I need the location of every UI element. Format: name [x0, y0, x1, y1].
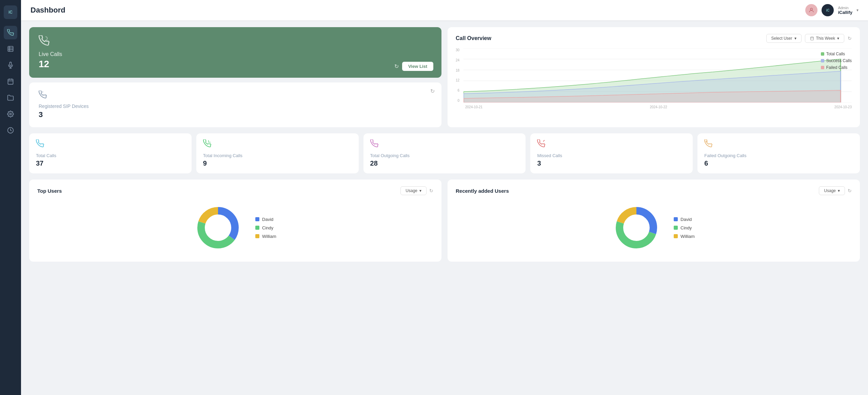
avatar-secondary	[805, 4, 817, 16]
recently-added-controls: Usage ▾ ↻	[819, 186, 852, 195]
user-name: iCallify	[838, 10, 852, 15]
view-list-button[interactable]: View List	[402, 62, 433, 71]
stat-failed-outgoing-icon	[704, 139, 853, 150]
live-calls-refresh-button[interactable]: ↻	[394, 63, 399, 70]
header-right: iC Admin iCallify ▾	[805, 4, 859, 16]
stat-outgoing-calls-icon	[370, 139, 519, 150]
top-users-donut-container: David Cindy William	[37, 201, 433, 255]
stat-outgoing-calls: Total Outgoing Calls 28	[363, 133, 526, 173]
svg-point-33	[624, 215, 649, 241]
live-calls-actions: ↻ View List	[394, 62, 433, 71]
stat-total-calls-icon	[36, 139, 185, 150]
legend-dot-william	[255, 234, 259, 238]
stat-failed-outgoing: Failed Outgoing Calls 6	[697, 133, 860, 173]
recently-added-usage-dropdown[interactable]: Usage ▾	[819, 186, 845, 195]
this-week-label: This Week	[816, 36, 835, 41]
stat-incoming-calls-label: Total Incoming Calls	[203, 153, 352, 158]
user-info: Admin iCallify	[838, 6, 852, 15]
legend-dot-david-2	[674, 217, 678, 221]
legend-item-cindy: Cindy	[255, 225, 276, 230]
bottom-row: Top Users Usage ▾ ↻	[29, 180, 860, 262]
legend-label-cindy-2: Cindy	[680, 225, 692, 230]
recently-added-card: Recently added Users Usage ▾ ↻	[448, 180, 860, 262]
legend-item-william: William	[255, 234, 276, 239]
call-overview-title: Call Overview	[456, 35, 491, 41]
user-menu-chevron[interactable]: ▾	[856, 8, 859, 13]
top-users-donut-chart	[194, 204, 242, 251]
sidebar-item-microphone[interactable]	[4, 58, 17, 72]
app-logo[interactable]: iC	[4, 5, 17, 19]
sidebar-item-calls-list[interactable]	[4, 42, 17, 56]
page-title: Dashbord	[31, 6, 65, 15]
live-calls-card: Live Calls 12 ↻ View List	[29, 27, 441, 78]
top-users-legend: David Cindy William	[255, 217, 276, 239]
legend-item-david-2: David	[674, 217, 695, 222]
sidebar-item-settings[interactable]	[4, 107, 17, 121]
top-users-header: Top Users Usage ▾ ↻	[37, 186, 433, 195]
legend-label-david-2: David	[680, 217, 692, 222]
recently-added-title: Recently added Users	[456, 188, 509, 194]
legend-item-david: David	[255, 217, 276, 222]
chart-legend-success: Success Calls	[821, 58, 852, 63]
top-users-refresh-button[interactable]: ↻	[429, 188, 433, 193]
stat-incoming-calls: Total Incoming Calls 9	[196, 133, 359, 173]
call-overview-chart	[463, 48, 852, 102]
sip-devices-card: Registered SIP Devices 3 ↻	[29, 82, 441, 127]
top-users-title: Top Users	[37, 188, 62, 194]
this-week-dropdown[interactable]: This Week ▾	[805, 34, 844, 43]
live-calls-label: Live Calls	[39, 51, 432, 57]
stat-missed-calls-value: 3	[537, 159, 686, 167]
legend-label-william: William	[262, 234, 276, 239]
legend-dot-cindy	[255, 226, 259, 230]
stat-missed-calls-icon	[537, 139, 686, 150]
legend-dot-william-2	[674, 234, 678, 238]
svg-point-12	[810, 8, 812, 10]
call-overview-refresh-button[interactable]: ↻	[848, 36, 852, 41]
legend-item-cindy-2: Cindy	[674, 225, 695, 230]
user-role: Admin	[838, 6, 852, 10]
chart-x-labels: 2024-10-21 2024-10-22 2024-10-23	[456, 105, 852, 109]
this-week-chevron: ▾	[837, 36, 839, 41]
recently-added-refresh-button[interactable]: ↻	[848, 188, 852, 193]
svg-rect-6	[8, 79, 13, 84]
top-users-chevron: ▾	[419, 188, 421, 193]
main-area: Dashbord iC Admin iCallify ▾	[21, 0, 868, 395]
svg-rect-0	[8, 46, 13, 52]
sidebar-item-calendar[interactable]	[4, 75, 17, 88]
recently-added-chevron: ▾	[838, 188, 840, 193]
call-overview-header: Call Overview Select User ▾ This Week ▾ …	[456, 34, 852, 43]
legend-dot-cindy-2	[674, 226, 678, 230]
call-overview-chart-wrapper: 30 24 18 12 6 0	[456, 48, 852, 109]
stat-failed-outgoing-value: 6	[704, 159, 853, 167]
recently-added-header: Recently added Users Usage ▾ ↻	[456, 186, 852, 195]
recently-added-usage-label: Usage	[824, 188, 836, 193]
select-user-dropdown[interactable]: Select User ▾	[766, 34, 802, 43]
live-calls-value: 12	[39, 59, 432, 70]
live-calls-icon	[39, 35, 432, 49]
stat-incoming-calls-icon	[203, 139, 352, 150]
sip-devices-label: Registered SIP Devices	[39, 104, 432, 109]
recently-added-donut-container: David Cindy William	[456, 201, 852, 255]
avatar-main: iC	[822, 4, 834, 16]
stat-missed-calls: Missed Calls 3	[530, 133, 693, 173]
chart-legend-total: Total Calls	[821, 52, 852, 56]
sip-refresh-button[interactable]: ↻	[430, 88, 435, 94]
chart-y-labels: 30 24 18 12 6 0	[456, 48, 461, 102]
legend-item-william-2: William	[674, 234, 695, 239]
top-users-usage-dropdown[interactable]: Usage ▾	[400, 186, 427, 195]
left-panel: Live Calls 12 ↻ View List Registered SIP…	[29, 27, 441, 127]
sidebar-item-phone[interactable]	[4, 26, 17, 39]
legend-dot-david	[255, 217, 259, 221]
sidebar-item-files[interactable]	[4, 91, 17, 105]
chart-legend-failed: Failed Calls	[821, 65, 852, 70]
sidebar-item-history[interactable]	[4, 124, 17, 137]
top-users-card: Top Users Usage ▾ ↻	[29, 180, 441, 262]
stat-outgoing-calls-value: 28	[370, 159, 519, 167]
recently-added-donut-chart	[613, 204, 660, 251]
select-user-chevron: ▾	[794, 36, 796, 41]
svg-point-10	[10, 113, 12, 115]
top-users-controls: Usage ▾ ↻	[400, 186, 433, 195]
recently-added-legend: David Cindy William	[674, 217, 695, 239]
svg-point-29	[205, 215, 231, 241]
legend-label-cindy: Cindy	[262, 225, 273, 230]
